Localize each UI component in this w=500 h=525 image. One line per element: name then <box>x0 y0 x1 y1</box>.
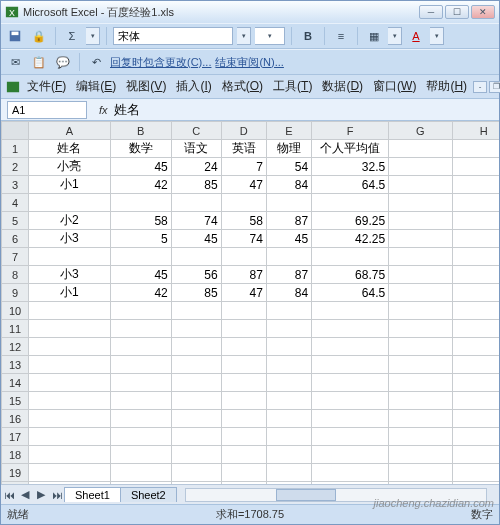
name-box[interactable] <box>7 101 87 119</box>
cell[interactable] <box>266 194 311 212</box>
cell[interactable] <box>110 320 171 338</box>
cell[interactable] <box>110 410 171 428</box>
cell[interactable]: 74 <box>171 212 221 230</box>
cell[interactable] <box>110 338 171 356</box>
cell[interactable] <box>110 302 171 320</box>
row-header[interactable]: 5 <box>2 212 29 230</box>
row-header[interactable]: 13 <box>2 356 29 374</box>
tab-sheet2[interactable]: Sheet2 <box>120 487 177 502</box>
cell[interactable]: 87 <box>266 212 311 230</box>
cell[interactable] <box>452 338 499 356</box>
column-header-B[interactable]: B <box>110 122 171 140</box>
column-header-H[interactable]: H <box>452 122 499 140</box>
cell[interactable] <box>389 428 452 446</box>
row-header[interactable]: 19 <box>2 464 29 482</box>
cell[interactable]: 5 <box>110 230 171 248</box>
cell[interactable] <box>389 266 452 284</box>
cell[interactable] <box>312 302 389 320</box>
cell[interactable] <box>29 248 111 266</box>
cell[interactable]: 姓名 <box>29 140 111 158</box>
cell[interactable] <box>221 464 266 482</box>
cell[interactable] <box>389 302 452 320</box>
cell[interactable] <box>312 248 389 266</box>
cell[interactable] <box>312 428 389 446</box>
cell[interactable] <box>389 338 452 356</box>
cell[interactable] <box>312 392 389 410</box>
cell[interactable]: 小1 <box>29 176 111 194</box>
menu-file[interactable]: 文件(F) <box>23 76 70 97</box>
cell[interactable]: 45 <box>110 266 171 284</box>
cell[interactable]: 32.5 <box>312 158 389 176</box>
cell[interactable] <box>266 374 311 392</box>
cell[interactable] <box>221 320 266 338</box>
borders-icon[interactable]: ▦ <box>364 26 384 46</box>
menu-help[interactable]: 帮助(H) <box>422 76 471 97</box>
cell[interactable]: 数学 <box>110 140 171 158</box>
cell[interactable]: 小亮 <box>29 158 111 176</box>
row-header[interactable]: 7 <box>2 248 29 266</box>
cell[interactable] <box>389 446 452 464</box>
row-header[interactable]: 16 <box>2 410 29 428</box>
font-color-dropdown[interactable]: ▾ <box>430 27 444 45</box>
cell[interactable] <box>452 374 499 392</box>
sum-dropdown[interactable]: ▾ <box>86 27 100 45</box>
column-header-D[interactable]: D <box>221 122 266 140</box>
cell[interactable] <box>452 356 499 374</box>
borders-dropdown[interactable]: ▾ <box>388 27 402 45</box>
cell[interactable] <box>29 446 111 464</box>
cell[interactable] <box>221 446 266 464</box>
cell[interactable] <box>221 392 266 410</box>
tab-sheet1[interactable]: Sheet1 <box>64 487 121 502</box>
cell[interactable] <box>452 446 499 464</box>
cell[interactable] <box>452 410 499 428</box>
menu-tools[interactable]: 工具(T) <box>269 76 316 97</box>
cell[interactable]: 84 <box>266 176 311 194</box>
cell[interactable] <box>171 464 221 482</box>
cell[interactable]: 物理 <box>266 140 311 158</box>
menu-window[interactable]: 窗口(W) <box>369 76 420 97</box>
cell[interactable] <box>452 464 499 482</box>
tab-nav-first[interactable]: ⏮ <box>1 487 17 503</box>
undo-icon[interactable]: ↶ <box>86 52 106 72</box>
cell[interactable] <box>266 338 311 356</box>
cell[interactable]: 45 <box>171 230 221 248</box>
row-header[interactable]: 15 <box>2 392 29 410</box>
cell[interactable] <box>110 446 171 464</box>
cell[interactable] <box>389 284 452 302</box>
cell[interactable] <box>171 338 221 356</box>
review-icon[interactable]: 📋 <box>29 52 49 72</box>
maximize-button[interactable]: ☐ <box>445 5 469 19</box>
cell[interactable] <box>221 356 266 374</box>
permission-icon[interactable]: 🔒 <box>29 26 49 46</box>
cell[interactable] <box>312 410 389 428</box>
cell[interactable]: 42 <box>110 284 171 302</box>
scrollbar-thumb[interactable] <box>276 489 336 501</box>
cell[interactable] <box>452 212 499 230</box>
cell[interactable] <box>389 230 452 248</box>
cell[interactable] <box>452 230 499 248</box>
row-header[interactable]: 9 <box>2 284 29 302</box>
row-header[interactable]: 6 <box>2 230 29 248</box>
cell[interactable] <box>29 356 111 374</box>
column-header-F[interactable]: F <box>312 122 389 140</box>
cell[interactable]: 47 <box>221 176 266 194</box>
cell[interactable] <box>110 374 171 392</box>
cell[interactable] <box>266 428 311 446</box>
cell[interactable] <box>389 194 452 212</box>
cell[interactable]: 语文 <box>171 140 221 158</box>
comment-icon[interactable]: 💬 <box>53 52 73 72</box>
cell[interactable] <box>171 428 221 446</box>
row-header[interactable]: 4 <box>2 194 29 212</box>
cell[interactable] <box>389 356 452 374</box>
cell[interactable] <box>389 410 452 428</box>
row-header[interactable]: 18 <box>2 446 29 464</box>
formula-value[interactable]: 姓名 <box>114 101 140 119</box>
cell[interactable] <box>312 464 389 482</box>
minimize-button[interactable]: ─ <box>419 5 443 19</box>
cell[interactable] <box>452 248 499 266</box>
cell[interactable]: 74 <box>221 230 266 248</box>
cell[interactable] <box>312 338 389 356</box>
row-header[interactable]: 11 <box>2 320 29 338</box>
cell[interactable] <box>389 140 452 158</box>
cell[interactable]: 小3 <box>29 266 111 284</box>
